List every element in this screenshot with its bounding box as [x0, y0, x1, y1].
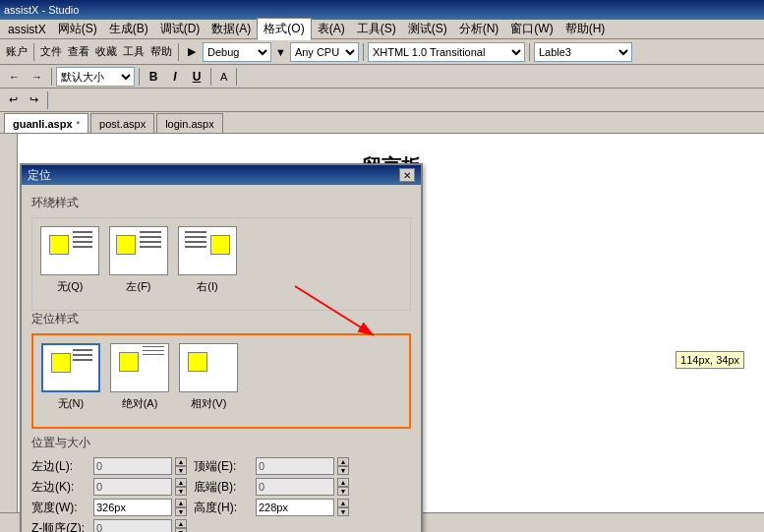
height-spin[interactable]: ▲▼ [337, 499, 349, 516]
left-down[interactable]: ▼ [175, 466, 187, 475]
menu-window[interactable]: 窗口(W) [504, 19, 558, 39]
wrap-left-square [116, 235, 136, 255]
z-spin[interactable]: ▲▼ [175, 519, 187, 532]
top-input[interactable] [256, 457, 334, 475]
pos-absolute-icon[interactable] [110, 343, 169, 392]
sep5 [51, 68, 52, 86]
pos-abs-square [119, 352, 139, 372]
dialog-close-button[interactable]: ✕ [399, 168, 415, 182]
sep4 [529, 43, 530, 61]
menu-format[interactable]: 格式(O) [257, 18, 311, 40]
underline-button[interactable]: U [187, 67, 206, 87]
z-input[interactable] [93, 519, 172, 532]
wrap-none-square [49, 235, 69, 255]
menu-help[interactable]: 帮助(H) [559, 19, 612, 39]
menu-data[interactable]: 数据(A) [206, 19, 257, 39]
width-input[interactable] [93, 499, 172, 516]
right-input[interactable] [93, 478, 172, 496]
menu-analyze[interactable]: 分析(N) [453, 19, 505, 39]
fwd-button[interactable]: → [27, 66, 47, 88]
bottom-spin[interactable]: ▲▼ [337, 478, 349, 496]
pos-relative-item: 相对(V) [179, 343, 238, 411]
title-bar-text: assistX - Studio [4, 4, 760, 16]
sep9 [47, 91, 48, 109]
cpu-select[interactable]: Any CPU [290, 42, 359, 62]
pos-relative-icon[interactable] [179, 343, 238, 392]
tab-login[interactable]: login.aspx [156, 113, 223, 133]
bottom-input[interactable] [256, 478, 334, 496]
profile-select[interactable]: XHTML 1.0 Transitional [368, 42, 525, 62]
top-label: 顶端(E): [194, 458, 253, 475]
width-down[interactable]: ▼ [175, 507, 187, 516]
menu-table[interactable]: 表(A) [312, 19, 351, 39]
left-up[interactable]: ▲ [175, 457, 187, 466]
toolbar3-btn1[interactable]: ↩ [4, 89, 23, 111]
wrap-none-label: 无(Q) [57, 279, 84, 294]
italic-button[interactable]: I [165, 67, 185, 87]
color-button[interactable]: A [215, 66, 232, 88]
left-spin[interactable]: ▲▼ [175, 457, 187, 475]
dialog-body: 环绕样式 [22, 185, 421, 532]
view-label: 查看 [66, 44, 91, 59]
height-down[interactable]: ▼ [337, 507, 349, 516]
z-up[interactable]: ▲ [175, 519, 187, 528]
tab-guanli[interactable]: guanli.aspx* [4, 113, 88, 133]
bottom-down[interactable]: ▼ [337, 487, 349, 496]
pos-absolute-label: 绝对(A) [122, 396, 158, 411]
wrap-icons-row: 无(Q) [36, 222, 406, 298]
pos-none-icon[interactable] [41, 343, 100, 392]
lable-select[interactable]: Lable3 [534, 42, 632, 62]
height-label: 高度(H): [194, 500, 253, 516]
menu-website[interactable]: 网站(S) [52, 19, 103, 39]
wrap-left-icon[interactable] [109, 226, 168, 275]
sep3 [363, 43, 364, 61]
pos-none-lines [73, 349, 92, 364]
account-label: 账户 [4, 44, 29, 59]
tab-post[interactable]: post.aspx [90, 113, 154, 133]
file-label: 文件 [38, 44, 64, 59]
height-up[interactable]: ▲ [337, 499, 349, 507]
wrap-none-lines [73, 231, 92, 251]
top-down[interactable]: ▼ [337, 466, 349, 475]
wrap-none-icon[interactable] [40, 226, 99, 275]
width-up[interactable]: ▲ [175, 499, 187, 507]
wrap-right-item: 右(I) [178, 226, 237, 294]
menu-tools[interactable]: 工具(S) [351, 19, 402, 39]
toolbar3-btn2[interactable]: ↪ [25, 89, 43, 111]
back-button[interactable]: ← [4, 66, 25, 88]
tab-guanli-close[interactable]: * [77, 119, 81, 129]
menu-build[interactable]: 生成(B) [103, 19, 154, 39]
top-spin[interactable]: ▲▼ [337, 457, 349, 475]
tab-guanli-label: guanli.aspx [13, 118, 73, 130]
main-area: 留言板 首页发表留言管理登陆HyperLink div 回复留言 ▲ ▼ 114… [0, 134, 764, 512]
pos-absolute-item: 绝对(A) [110, 343, 169, 411]
menu-test[interactable]: 测试(S) [402, 19, 453, 39]
menu-debug[interactable]: 调试(D) [154, 19, 206, 39]
debug-select[interactable]: Debug [203, 42, 271, 62]
wrap-right-icon[interactable] [178, 226, 237, 275]
z-down[interactable]: ▼ [175, 528, 187, 532]
right-down[interactable]: ▼ [175, 487, 187, 496]
bottom-up[interactable]: ▲ [337, 478, 349, 487]
sep6 [139, 68, 140, 86]
bold-button[interactable]: B [144, 67, 163, 87]
font-size-select[interactable]: 默认大小 [56, 67, 135, 87]
run-button[interactable]: ▶ [183, 41, 201, 63]
right-spin[interactable]: ▲▼ [175, 478, 187, 496]
cpu-label: ▼ [273, 46, 288, 58]
tab-login-label: login.aspx [165, 118, 214, 130]
left-input[interactable] [93, 457, 172, 475]
toolbar3: ↩ ↪ [0, 89, 764, 112]
menu-assistx[interactable]: assistX [2, 21, 52, 38]
z-label: Z-顺序(Z): [31, 520, 90, 533]
right-up[interactable]: ▲ [175, 478, 187, 487]
wrap-right-square [210, 235, 230, 255]
tab-post-label: post.aspx [99, 118, 146, 130]
bottom-label: 底端(B): [194, 479, 253, 496]
top-up[interactable]: ▲ [337, 457, 349, 466]
position-section-label: 定位样式 [31, 311, 411, 327]
menu-bar: assistX 网站(S) 生成(B) 调试(D) 数据(A) 格式(O) 表(… [0, 20, 764, 39]
width-spin[interactable]: ▲▼ [175, 499, 187, 516]
height-input[interactable] [256, 499, 334, 516]
pos-relative-label: 相对(V) [191, 396, 227, 411]
